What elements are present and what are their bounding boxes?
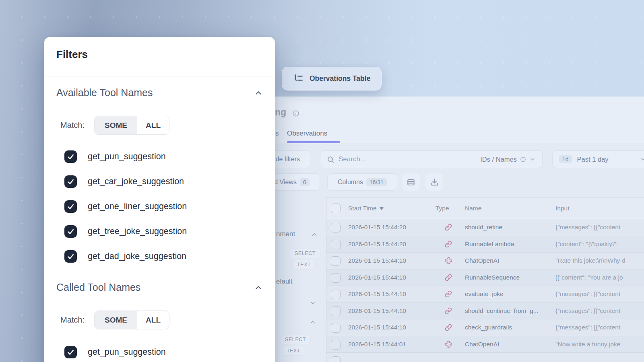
checked-checkbox[interactable] [64,150,77,163]
table-row[interactable]: 2026-01-15 15:44:20 RunnableLambda {"con… [326,236,644,253]
search-scope-dropdown[interactable]: IDs / Names [480,156,536,163]
match-label: Match: [60,121,85,130]
observation-type-icon [445,324,452,331]
chevron-up-icon[interactable] [254,88,263,97]
screen: ng s Observations ide filters Search... … [0,0,644,362]
row-checkbox[interactable] [331,306,341,316]
rows-icon [407,178,415,187]
observation-type-icon [445,274,452,281]
chevron-down-icon [529,156,536,162]
row-height-button[interactable] [402,173,420,191]
observations-table-pill[interactable]: Obervations Table [282,67,382,90]
column-header-start-time[interactable]: Start Time [348,205,384,212]
time-range-dropdown[interactable]: 1d Past 1 day [552,150,644,168]
row-checkbox[interactable] [331,223,341,232]
search-icon [327,156,334,163]
tool-filter-item[interactable]: get_dad_joke_suggestion [64,244,266,269]
panel-title: Filters [56,48,88,61]
input-cell: {"messages": [{"content [555,307,620,315]
table-row[interactable] [326,353,644,362]
match-toggle: SOME ALL [94,116,169,135]
table-row[interactable]: 2026-01-15 15:44:01 ChatOpenAI "Now writ… [326,336,644,353]
table-left-border [326,197,326,362]
tool-name-label: get_car_joke_suggestion [88,177,184,187]
row-checkbox[interactable] [331,256,341,266]
tool-name-label: get_pun_suggestion [88,347,166,357]
name-cell[interactable]: should_refine [465,224,502,231]
checked-checkbox[interactable] [64,200,77,213]
tool-checkbox-list: get_pun_suggestion [64,339,266,362]
tool-name-label: get_pun_suggestion [88,152,166,162]
columns-button[interactable]: Columns 16/31 [327,173,397,191]
match-row: Match: SOME ALL [60,116,169,135]
tool-name-label: get_dad_joke_suggestion [88,251,186,261]
tool-filter-item[interactable]: get_pun_suggestion [64,144,266,169]
row-checkbox[interactable] [331,323,341,333]
divider [44,76,275,76]
tool-filter-item[interactable]: get_car_joke_suggestion [64,169,266,194]
start-time-cell: 2026-01-15 15:44:01 [348,341,406,348]
chevron-up-icon[interactable] [254,283,263,292]
row-checkbox[interactable] [331,290,341,299]
observation-type-icon [445,224,452,231]
time-range-badge: 1d [559,155,572,163]
table-row[interactable]: 2026-01-15 15:44:10 ChatOpenAI "Rate thi… [326,253,644,269]
observation-type-icon [445,257,452,265]
match-all-option[interactable]: ALL [137,311,169,329]
checked-checkbox[interactable] [64,250,77,263]
tab-observations[interactable]: Observations [287,130,327,138]
checkbox-column-divider [345,197,345,362]
select-all-checkbox[interactable] [331,204,341,213]
table-body: 2026-01-15 15:44:20 should_refine {"mess… [242,219,644,362]
match-some-option[interactable]: SOME [95,116,137,134]
tab-traces-partial[interactable]: s [275,130,279,138]
match-all-option[interactable]: ALL [137,116,169,134]
observation-type-icon [445,307,452,315]
table-row[interactable]: 2026-01-15 15:44:10 check_guardrails {"m… [326,319,644,336]
column-header-name[interactable]: Name [465,205,481,212]
tool-filter-item[interactable]: get_tree_joke_suggestion [64,219,266,244]
table-row[interactable]: 2026-01-15 15:44:20 should_refine {"mess… [326,219,644,236]
input-cell: "Rate this joke:\n\nWhy d [555,257,625,264]
search-bar[interactable]: Search... IDs / Names [320,150,543,168]
name-cell[interactable]: ChatOpenAI [465,341,499,348]
time-range-label: Past 1 day [577,156,634,163]
name-cell[interactable]: RunnableLambda [465,241,514,248]
name-cell[interactable]: RunnableSequence [465,274,520,281]
section-available-tool-names[interactable]: Available Tool Names [56,87,263,99]
input-cell: [{"content": "You are a jo [555,274,623,281]
export-button[interactable] [425,173,443,191]
search-input[interactable]: Search... [339,155,476,163]
columns-count-badge: 16/31 [366,178,387,186]
start-time-cell: 2026-01-15 15:44:10 [348,257,406,264]
row-checkbox[interactable] [331,240,341,249]
tool-filter-item[interactable]: get_pun_suggestion [64,339,266,362]
name-cell[interactable]: evaluate_joke [465,290,504,298]
table-row[interactable]: 2026-01-15 15:44:10 should_continue_from… [326,303,644,320]
info-icon[interactable] [292,110,299,117]
table-row[interactable]: 2026-01-15 15:44:10 RunnableSequence [{"… [326,269,644,286]
name-cell[interactable]: check_guardrails [465,324,512,331]
match-label: Match: [60,315,85,325]
tool-name-label: get_tree_joke_suggestion [88,226,187,237]
name-cell[interactable]: ChatOpenAI [465,257,499,264]
checked-checkbox[interactable] [64,225,77,238]
sort-desc-icon [380,207,384,210]
checked-checkbox[interactable] [64,346,77,358]
table-row[interactable]: 2026-01-15 15:44:10 evaluate_joke {"mess… [326,286,644,303]
column-header-input[interactable]: Input [555,205,569,212]
start-time-cell: 2026-01-15 15:44:10 [348,274,406,281]
section-heading: Available Tool Names [56,87,153,99]
row-checkbox[interactable] [331,273,341,283]
download-icon [430,178,439,186]
name-cell[interactable]: should_continue_from_g... [465,307,539,315]
tool-filter-item[interactable]: get_one_liner_suggestion [64,194,266,219]
row-checkbox[interactable] [331,356,341,362]
active-tab-underline [287,141,340,143]
match-some-option[interactable]: SOME [95,311,137,329]
row-checkbox[interactable] [331,340,341,350]
list-tree-icon [293,73,304,84]
checked-checkbox[interactable] [64,175,77,188]
section-called-tool-names[interactable]: Called Tool Names [56,282,263,293]
column-header-type[interactable]: Type [436,205,449,212]
